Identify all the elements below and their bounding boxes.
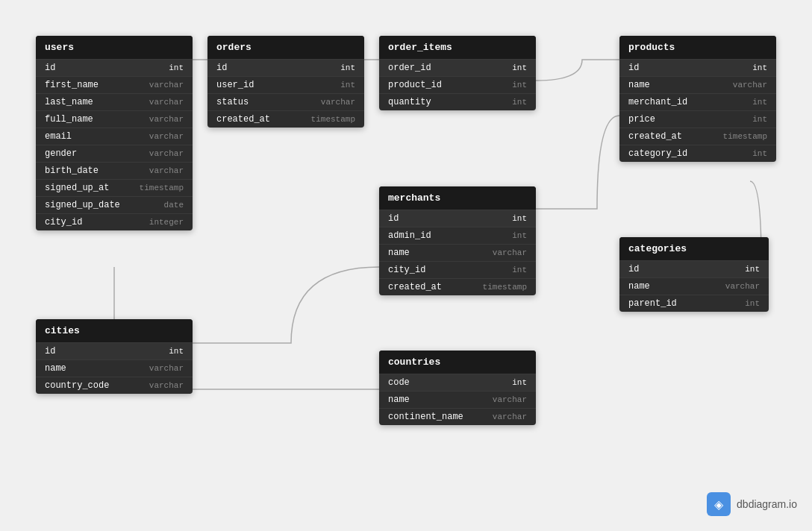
col-type: int — [512, 81, 527, 89]
table-row: birth_datevarchar — [36, 162, 193, 179]
col-type: int — [512, 378, 527, 387]
col-type: varchar — [493, 248, 527, 257]
col-type: int — [512, 231, 527, 240]
col-type: varchar — [149, 132, 184, 141]
table-row: namevarchar — [619, 277, 769, 295]
col-name: continent_name — [388, 412, 463, 422]
col-type: int — [752, 98, 767, 107]
col-name: parent_id — [628, 298, 677, 309]
col-name: name — [628, 281, 650, 292]
col-type: varchar — [493, 412, 527, 421]
col-name: quantity — [388, 97, 431, 107]
table-cities: citiesidintnamevarcharcountry_codevarcha… — [36, 319, 193, 394]
col-name: last_name — [45, 97, 93, 107]
table-row: signed_up_datedate — [36, 196, 193, 213]
table-row: merchant_idint — [619, 93, 776, 110]
col-name: city_id — [388, 265, 425, 275]
col-name: price — [628, 114, 655, 125]
col-name: gender — [45, 148, 77, 159]
col-name: admin_id — [388, 230, 431, 241]
table-row: priceint — [619, 110, 776, 128]
table-row: product_idint — [379, 76, 536, 93]
col-name: country_code — [45, 380, 109, 391]
table-header-users: users — [36, 36, 193, 59]
table-header-orders: orders — [207, 36, 364, 59]
table-users: usersidintfirst_namevarcharlast_namevarc… — [36, 36, 193, 230]
table-row: emailvarchar — [36, 128, 193, 145]
table-row: namevarchar — [379, 244, 536, 261]
col-type: varchar — [493, 395, 527, 404]
table-row: idint — [36, 59, 193, 76]
table-row: codeint — [379, 374, 536, 391]
col-name: created_at — [628, 131, 682, 142]
table-row: quantityint — [379, 93, 536, 110]
col-name: full_name — [45, 114, 93, 125]
table-row: admin_idint — [379, 227, 536, 244]
col-type: timestamp — [140, 183, 184, 192]
table-row: idint — [379, 210, 536, 227]
col-name: product_id — [388, 80, 442, 90]
table-countries: countriescodeintnamevarcharcontinent_nam… — [379, 351, 536, 425]
table-header-cities: cities — [36, 319, 193, 342]
table-row: city_idinteger — [36, 213, 193, 230]
table-row: gendervarchar — [36, 145, 193, 162]
canvas: usersidintfirst_namevarcharlast_namevarc… — [0, 0, 812, 531]
table-row: first_namevarchar — [36, 76, 193, 93]
col-type: integer — [149, 218, 184, 227]
col-name: name — [45, 363, 66, 374]
table-row: namevarchar — [379, 391, 536, 408]
col-type: timestamp — [483, 283, 527, 292]
table-header-products: products — [619, 36, 776, 59]
table-row: city_idint — [379, 261, 536, 278]
table-row: category_idint — [619, 145, 776, 162]
col-name: category_id — [628, 148, 687, 159]
logo: ◈ dbdiagram.io — [707, 492, 797, 516]
col-name: status — [216, 97, 249, 107]
table-row: country_codevarchar — [36, 377, 193, 394]
table-row: created_attimestamp — [379, 278, 536, 295]
table-header-countries: countries — [379, 351, 536, 374]
table-row: parent_idint — [619, 295, 769, 312]
col-type: varchar — [149, 115, 184, 124]
table-products: productsidintnamevarcharmerchant_idintpr… — [619, 36, 776, 162]
table-row: continent_namevarchar — [379, 408, 536, 425]
table-orders: ordersidintuser_idintstatusvarcharcreate… — [207, 36, 364, 128]
col-type: int — [752, 149, 767, 158]
col-type: varchar — [149, 149, 184, 158]
table-row: created_attimestamp — [207, 110, 364, 128]
col-type: varchar — [733, 81, 767, 89]
col-type: varchar — [725, 282, 760, 291]
col-name: merchant_id — [628, 97, 687, 107]
col-type: int — [752, 63, 767, 72]
table-merchants: merchantsidintadmin_idintnamevarcharcity… — [379, 186, 536, 295]
col-type: varchar — [149, 81, 184, 89]
col-name: signed_up_at — [45, 183, 109, 193]
col-type: date — [164, 201, 184, 210]
col-type: int — [512, 63, 527, 72]
table-row: last_namevarchar — [36, 93, 193, 110]
col-name: id — [216, 63, 227, 73]
table-row: created_attimestamp — [619, 128, 776, 145]
col-name: name — [388, 395, 410, 405]
logo-text: dbdiagram.io — [737, 498, 797, 510]
col-type: varchar — [149, 381, 184, 390]
col-name: created_at — [216, 114, 270, 125]
col-name: user_id — [216, 80, 254, 90]
col-type: int — [512, 266, 527, 274]
table-row: signed_up_attimestamp — [36, 179, 193, 196]
col-name: id — [628, 63, 639, 73]
table-row: full_namevarchar — [36, 110, 193, 128]
col-type: varchar — [149, 98, 184, 107]
col-name: email — [45, 131, 72, 142]
table-row: idint — [36, 342, 193, 359]
col-name: first_name — [45, 80, 99, 90]
table-row: order_idint — [379, 59, 536, 76]
table-row: user_idint — [207, 76, 364, 93]
col-type: int — [752, 115, 767, 124]
table-order_items: order_itemsorder_idintproduct_idintquant… — [379, 36, 536, 110]
col-type: varchar — [321, 98, 355, 107]
col-type: timestamp — [311, 115, 355, 124]
col-type: int — [169, 63, 184, 72]
col-name: birth_date — [45, 166, 99, 176]
col-name: name — [388, 248, 410, 258]
